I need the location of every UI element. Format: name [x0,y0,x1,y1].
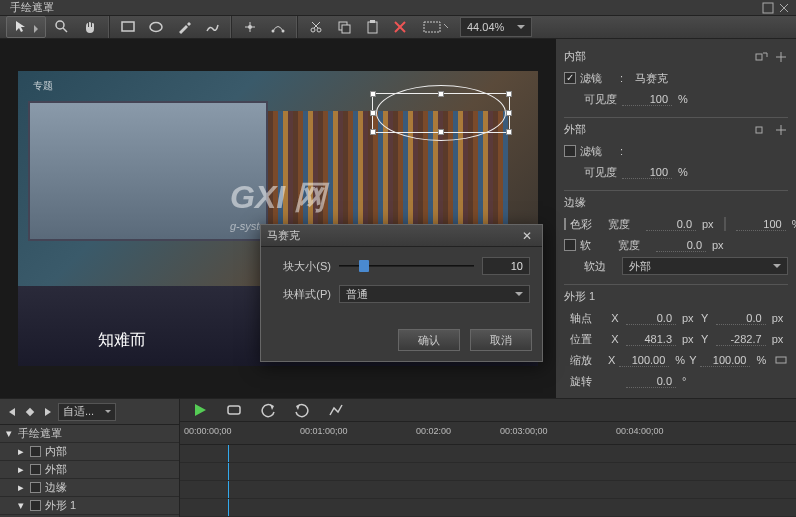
window-close-icon[interactable] [778,2,790,14]
prop-label: 缩放 [570,353,604,368]
disclosure-triangle-icon[interactable]: ▾ [4,429,14,439]
track-row-edge[interactable]: ▸ 边缘 [0,479,179,497]
link-icon[interactable] [754,123,768,137]
block-size-slider[interactable] [339,259,474,273]
prop-value[interactable]: 100 [622,93,672,106]
pointer-tool[interactable] [6,16,46,38]
filter-checkbox[interactable] [564,145,576,157]
track-row-outside[interactable]: ▸ 外部 [0,461,179,479]
color-checkbox[interactable] [564,218,566,230]
prop-value[interactable]: -282.7 [716,333,766,346]
link-icon[interactable] [754,50,768,64]
resize-handle[interactable] [370,110,376,116]
resize-handle[interactable] [506,110,512,116]
zoom-dropdown[interactable]: 44.04% [460,17,532,37]
mask-bbox-overlay[interactable] [372,93,510,133]
track-row-shape1[interactable]: ▾ 外形 1 [0,497,179,515]
svg-rect-26 [756,127,762,133]
disclosure-triangle-icon[interactable]: ▾ [16,501,26,511]
close-icon[interactable]: ✕ [518,228,536,244]
prop-row: 位置 X 481.3 px Y -282.7 px [564,329,788,349]
block-size-input[interactable]: 10 [482,257,530,275]
timeline-ruler[interactable]: 00:00:00;00 00:01:00;00 00:02:00 00:03:0… [180,422,796,445]
track-checkbox[interactable] [30,464,41,475]
resize-handle[interactable] [506,91,512,97]
soft-checkbox[interactable] [564,239,576,251]
track-checkbox[interactable] [30,446,41,457]
timeline-track-list: 自适... ▾ 手绘遮罩 ▸ 内部 ▸ 外部 [0,399,180,517]
disclosure-triangle-icon[interactable]: ▸ [16,447,26,457]
svg-point-10 [272,30,275,33]
graph-button[interactable] [326,400,346,420]
paste-tool[interactable] [360,16,384,38]
track-row-inside[interactable]: ▸ 内部 [0,443,179,461]
disclosure-triangle-icon[interactable]: ▸ [16,465,26,475]
prop-value[interactable]: 0.0 [646,218,696,231]
freehand-tool[interactable] [200,16,224,38]
timeline-fit-dropdown[interactable]: 自适... [58,403,116,421]
resize-handle[interactable] [438,91,444,97]
prop-value[interactable]: 481.3 [626,333,676,346]
prop-value[interactable]: 100.00 [619,354,669,367]
ellipse-tool[interactable] [144,16,168,38]
prop-value[interactable]: 0.0 [626,312,676,325]
prop-value[interactable]: 100 [736,218,786,231]
rectangle-tool[interactable] [116,16,140,38]
block-style-dropdown[interactable]: 普通 [339,285,530,303]
add-icon[interactable] [774,50,788,64]
svg-rect-30 [26,407,34,415]
prop-row: 旋转 0.0 ° [564,371,788,391]
bounds-tool[interactable] [416,16,452,38]
hand-tool[interactable] [78,16,102,38]
resize-handle[interactable] [506,129,512,135]
prop-value[interactable]: 0.0 [656,239,706,252]
zoom-tool[interactable] [50,16,74,38]
add-point-tool[interactable] [238,16,262,38]
track-checkbox[interactable] [30,500,41,511]
prev-keyframe-icon[interactable] [4,404,20,420]
softedge-dropdown[interactable]: 外部 [622,257,788,275]
svg-rect-29 [776,357,786,363]
slider-thumb[interactable] [359,260,369,272]
resize-handle[interactable] [370,91,376,97]
next-keyframe-icon[interactable] [40,404,56,420]
copy-tool[interactable] [332,16,356,38]
undo-button[interactable] [258,400,278,420]
track-checkbox[interactable] [30,482,41,493]
disclosure-triangle-icon[interactable]: ▸ [16,483,26,493]
track-lane[interactable] [180,463,796,481]
curve-handle-tool[interactable] [266,16,290,38]
add-icon[interactable] [774,123,788,137]
track-lane[interactable] [180,499,796,517]
redo-button[interactable] [292,400,312,420]
prop-value[interactable]: 0.0 [716,312,766,325]
svg-point-12 [311,28,315,32]
pen-tool[interactable] [172,16,196,38]
ruler-tick: 00:02:00 [416,426,451,436]
filter-checkbox[interactable] [564,72,576,84]
dialog-titlebar[interactable]: 马赛克 ✕ [261,225,542,247]
loop-button[interactable] [224,400,244,420]
prop-unit: % [678,166,688,178]
track-row-root[interactable]: ▾ 手绘遮罩 [0,425,179,443]
resize-handle[interactable] [370,129,376,135]
color-swatch[interactable] [724,217,726,231]
timeline-tracks-area[interactable]: 00:00:00;00 00:01:00;00 00:02:00 00:03:0… [180,399,796,517]
timeline-grid[interactable] [180,445,796,517]
prop-value[interactable]: 100 [622,166,672,179]
link-scale-icon[interactable] [774,353,788,367]
prop-row: 可见度 100 % [564,89,788,109]
delete-tool[interactable] [388,16,412,38]
prop-value[interactable]: 0.0 [626,375,676,388]
window-maximize-icon[interactable] [762,2,774,14]
prop-value[interactable]: 100.00 [700,354,750,367]
track-lane[interactable] [180,481,796,499]
track-lane[interactable] [180,445,796,463]
prop-value[interactable]: 马赛克 [635,71,668,86]
cut-tool[interactable] [304,16,328,38]
cancel-button[interactable]: 取消 [470,329,532,351]
resize-handle[interactable] [438,129,444,135]
ok-button[interactable]: 确认 [398,329,460,351]
keyframe-diamond-icon[interactable] [22,404,38,420]
play-button[interactable] [190,400,210,420]
